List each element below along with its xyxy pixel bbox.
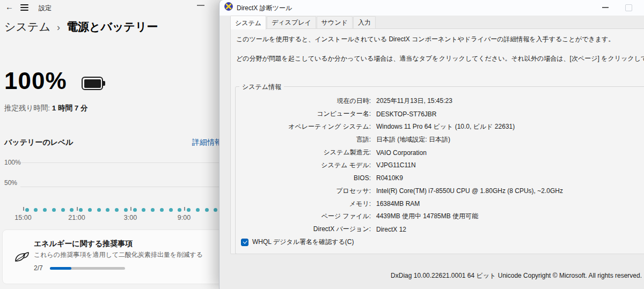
battery-level-dot: [88, 208, 92, 212]
tab-display[interactable]: ディスプレイ: [267, 16, 316, 29]
x-tick-mark: [184, 207, 185, 211]
battery-level-dot: [160, 208, 164, 212]
system-info-label: BIOS:: [236, 174, 371, 182]
chevron-right-icon: ›: [57, 22, 60, 33]
system-info-value: Intel(R) Core(TM) i7-8550U CPU @ 1.80GHz…: [376, 187, 563, 195]
breadcrumb-system[interactable]: システム: [4, 20, 50, 33]
dxdiag-dialog: DirectX 診断ツール システムディスプレイサウンド入力 このツールを使用す…: [219, 0, 644, 289]
minimize-button[interactable]: [595, 0, 617, 15]
x-tick-label: 3:00: [124, 214, 137, 221]
system-info-label: プロセッサ:: [236, 187, 371, 196]
system-info-label: ページ ファイル:: [236, 212, 371, 221]
dxdiag-status-text: DxDiag 10.00.22621.0001 64 ビット Unicode C…: [391, 271, 642, 280]
system-info-row: プロセッサ:Intel(R) Core(TM) i7-8550U CPU @ 1…: [236, 184, 644, 197]
battery-level-dot: [214, 208, 217, 212]
system-info-value: 16384MB RAM: [376, 200, 420, 208]
battery-level-dot: [34, 208, 38, 212]
system-info-row: DirectX バージョン:DirectX 12: [236, 223, 644, 236]
energy-recommendation-card[interactable]: エネルギーに関する推奨事項 これらの推奨事項を適用して二酸化炭素排出量を削減する…: [2, 229, 238, 284]
card-title: エネルギーに関する推奨事項: [34, 239, 133, 249]
system-info-row: メモリ:16384MB RAM: [236, 197, 644, 210]
battery-estimate: 推定残り時間: 1 時間 7 分: [4, 103, 88, 113]
tab-bar: システムディスプレイサウンド入力: [230, 18, 376, 29]
back-icon[interactable]: ←: [5, 2, 13, 11]
x-tick-label: 9:00: [178, 214, 191, 221]
gridline-50: [20, 187, 236, 187]
checkbox-checked-icon[interactable]: [241, 239, 248, 246]
tab-input[interactable]: 入力: [353, 16, 376, 29]
system-info-label: 言語:: [236, 135, 371, 144]
progress-fill: [50, 267, 71, 270]
system-info-row: BIOS:R0410K9: [236, 172, 644, 184]
battery-level-dot: [106, 208, 109, 212]
battery-percent: 100%: [4, 68, 67, 94]
leaves-icon: [14, 250, 30, 265]
system-info-value: Windows 11 Pro 64 ビット (10.0, ビルド 22631): [376, 122, 515, 131]
system-info-value: 4439MB 使用中 14785MB 使用可能: [376, 212, 478, 221]
system-info-label: 現在の日時:: [236, 97, 371, 106]
battery-level-dot: [178, 208, 181, 212]
intro-paragraph-1: このツールを使用すると、インストールされている DirectX コンポーネントや…: [236, 35, 614, 44]
battery-level-dot: [61, 208, 65, 212]
directx-icon: [224, 2, 233, 11]
estimate-value: 1 時間 7 分: [52, 104, 88, 112]
system-info-value: VJPG11C11N: [376, 161, 416, 169]
estimate-label: 推定残り時間:: [4, 104, 50, 112]
tab-sound[interactable]: サウンド: [317, 16, 353, 29]
x-tick-mark: [23, 207, 24, 211]
system-info-row: システム モデル:VJPG11C11N: [236, 159, 644, 172]
system-info-label: コンピューター名:: [236, 109, 371, 118]
whql-checkbox[interactable]: WHQL デジタル署名を確認する(C): [241, 238, 354, 247]
battery-level-dot: [133, 208, 137, 212]
settings-minimize-icon[interactable]: [197, 5, 204, 6]
battery-level-dot: [43, 208, 47, 212]
system-info-value: 日本語 (地域設定: 日本語): [376, 135, 450, 144]
hamburger-menu-icon[interactable]: [20, 4, 28, 11]
intro-paragraph-2: どの分野が問題を起こしているか分かっている場合は、適当なタブをクリックしてくださ…: [236, 54, 644, 63]
system-info-row: 言語:日本語 (地域設定: 日本語): [236, 134, 644, 146]
system-info-label: オペレーティング システム:: [236, 122, 371, 131]
settings-app-title: 設定: [39, 4, 52, 13]
battery-level-dot: [169, 208, 173, 212]
battery-level-dot: [52, 208, 56, 212]
whql-checkbox-label: WHQL デジタル署名を確認する(C): [252, 238, 354, 247]
y-tick-100: 100%: [4, 159, 21, 166]
page-title: 電源とバッテリー: [67, 20, 158, 33]
system-info-label: システム モデル:: [236, 161, 371, 170]
battery-level-dot: [187, 208, 191, 212]
battery-level-dot: [151, 208, 155, 212]
system-info-row: ページ ファイル:4439MB 使用中 14785MB 使用可能: [236, 210, 644, 223]
battery-level-dot: [97, 208, 101, 212]
battery-level-dot: [142, 208, 145, 212]
system-info-row: オペレーティング システム:Windows 11 Pro 64 ビット (10.…: [236, 121, 644, 134]
x-tick-mark: [130, 207, 131, 211]
groupbox-title: システム情報: [239, 83, 284, 92]
system-info-groupbox: システム情報 現在の日時:2025年11月13日, 15:45:23コンピュータ…: [235, 86, 644, 254]
battery-level-dot: [79, 208, 83, 212]
battery-level-heading: バッテリーのレベル: [4, 138, 74, 147]
battery-level-chart: 100% 50% 15:0021:003:009:00: [0, 157, 241, 224]
battery-level-dot: [124, 208, 128, 212]
battery-level-dot: [25, 208, 29, 212]
maximize-button: [618, 0, 639, 15]
system-info-value: R0410K9: [376, 174, 403, 182]
x-tick-label: 21:00: [68, 214, 85, 221]
card-subtitle: これらの推奨事項を適用して二酸化炭素排出量を削減する: [34, 250, 203, 260]
dxdiag-titlebar[interactable]: DirectX 診断ツール: [219, 0, 644, 16]
system-info-value: DirectX 12: [376, 226, 406, 233]
breadcrumb: システム›電源とバッテリー: [4, 19, 158, 34]
battery-icon: [82, 77, 103, 90]
system-info-value: DESKTOP-ST76JBR: [376, 110, 436, 118]
system-info-label: システム製造元:: [236, 148, 371, 157]
tab-system[interactable]: システム: [230, 16, 266, 29]
x-tick-mark: [77, 207, 78, 211]
battery-level-dot: [115, 208, 119, 212]
progress-count: 2/7: [34, 264, 43, 272]
system-info-label: メモリ:: [236, 199, 371, 209]
details-link[interactable]: 詳細情報: [192, 138, 222, 147]
system-info-value: 2025年11月13日, 15:45:23: [376, 97, 452, 106]
system-info-rows: 現在の日時:2025年11月13日, 15:45:23コンピューター名:DESK…: [236, 95, 644, 236]
dialog-title: DirectX 診断ツール: [237, 4, 292, 13]
system-tab-page: このツールを使用すると、インストールされている DirectX コンポーネントや…: [230, 28, 644, 254]
x-tick-label: 15:00: [14, 214, 31, 221]
